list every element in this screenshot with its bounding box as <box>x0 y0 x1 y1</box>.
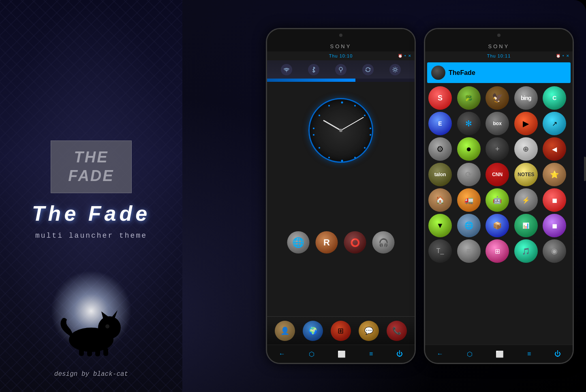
app-icon-5[interactable]: E <box>428 112 452 135</box>
nav-menu-right[interactable]: ≡ <box>527 350 531 358</box>
app-record[interactable]: ⭕ <box>344 231 366 254</box>
phone-screen-left: 🌐 R ⭕ 🎧 <box>267 82 415 316</box>
nav-home-right[interactable]: ⬡ <box>467 350 473 358</box>
dock-contacts[interactable]: 👤 <box>275 321 295 341</box>
app-icon-27[interactable]: 📦 <box>485 214 509 237</box>
progress-bar-left <box>267 79 415 82</box>
location-icon[interactable] <box>335 64 346 75</box>
app-icon-11[interactable]: ● <box>457 137 481 161</box>
phone-dock-left: 👤 🌍 ⊞ 💬 📞 <box>267 316 415 345</box>
app-icon-10[interactable]: ⚙ <box>428 137 452 161</box>
app-icon-6[interactable]: ✻ <box>457 112 481 135</box>
app-icon-19[interactable]: ⭐ <box>543 163 566 186</box>
app-icon-17[interactable]: CNN <box>485 163 509 186</box>
app-icon-25[interactable]: ▼ <box>428 214 452 237</box>
app-icon-34[interactable]: ◉ <box>543 239 566 263</box>
svg-point-25 <box>319 115 320 116</box>
nav-recents-left[interactable]: ⬜ <box>338 350 346 358</box>
app-icon-2[interactable]: 🦅 <box>485 86 509 110</box>
camera-dot-right <box>497 34 500 37</box>
app-icon-30[interactable]: T_ <box>428 239 452 263</box>
app-icon-23[interactable]: ⚡ <box>514 188 538 212</box>
svg-point-22 <box>319 147 320 149</box>
wifi-icon[interactable] <box>281 64 292 75</box>
phone-top-bar-left <box>267 29 415 41</box>
app-icon-24[interactable]: ◼ <box>543 188 566 212</box>
svg-point-13 <box>341 102 343 104</box>
status-bar-right: Thu 10:11 ⏰ ⚬ ✕ <box>425 51 573 60</box>
app-icon-28[interactable]: 📊 <box>514 214 538 237</box>
app-icon-32[interactable]: ⊞ <box>485 239 509 263</box>
phones-container: SONY Thu 10:10 ⏰ ⚬ ✕ <box>266 28 574 364</box>
app-icon-0[interactable]: S <box>428 86 452 110</box>
app-icon-3[interactable]: bing <box>514 86 538 110</box>
app-icon-21[interactable]: 🚛 <box>457 188 481 212</box>
progress-fill-left <box>267 79 355 82</box>
app-search-bar[interactable]: TheFade <box>427 62 571 83</box>
status-time-left: Thu 10:10 <box>329 53 353 58</box>
middle-app-row: 🌐 R ⭕ 🎧 <box>287 231 395 254</box>
app-icon-15[interactable]: talon <box>428 163 452 186</box>
nav-back-left[interactable]: ← <box>279 350 285 358</box>
bluetooth-icon[interactable] <box>308 64 319 75</box>
dock-chat[interactable]: 💬 <box>359 321 379 341</box>
nav-recents-right[interactable]: ⬜ <box>496 350 504 358</box>
app-icon-16[interactable]: ⟳ <box>457 163 481 186</box>
svg-point-18 <box>364 147 366 149</box>
dock-grid[interactable]: ⊞ <box>331 321 351 341</box>
search-app-name: TheFade <box>449 69 475 77</box>
phone-brand-right: SONY <box>425 41 573 51</box>
globe-icon-left: ⚬ <box>404 54 407 58</box>
svg-point-9 <box>339 67 342 70</box>
phone-top-bar-right <box>425 29 573 41</box>
svg-marker-3 <box>111 310 118 318</box>
dock-browser[interactable]: 🌍 <box>303 321 323 341</box>
svg-point-21 <box>328 157 330 158</box>
app-browser[interactable]: 🌐 <box>287 231 310 254</box>
app-icon-4[interactable]: C <box>543 86 566 110</box>
nav-power-right[interactable]: ⏻ <box>554 350 561 358</box>
settings-icon[interactable] <box>389 64 401 75</box>
app-icon-18[interactable]: NOTES <box>514 163 538 186</box>
subtitle: multi launcher theme <box>35 232 147 240</box>
alarm-icon-left: ⏰ <box>398 54 402 58</box>
app-icon-31[interactable]: ≡ <box>457 239 481 263</box>
status-time-right: Thu 10:11 <box>487 53 511 58</box>
tablet-frame: THE FADE The Fade multi launcher theme <box>0 0 586 392</box>
app-icon-9[interactable]: ↗ <box>543 112 566 135</box>
app-icon-26[interactable]: 🌐 <box>457 214 481 237</box>
app-p[interactable]: R <box>316 231 338 254</box>
center-dot <box>339 129 342 132</box>
nav-home-left[interactable]: ⬡ <box>309 350 314 358</box>
app-icon-20[interactable]: 🏠 <box>428 188 452 212</box>
svg-rect-7 <box>103 348 108 356</box>
app-icon-8[interactable]: ▶ <box>514 112 538 135</box>
sync-icon[interactable] <box>362 64 374 75</box>
status-icons-right: ⏰ ⚬ ✕ <box>556 54 569 58</box>
status-bar-left: Thu 10:10 ⏰ ⚬ ✕ <box>267 51 415 60</box>
app-headphones[interactable]: 🎧 <box>372 231 395 254</box>
app-icon-33[interactable]: 🎵 <box>514 239 538 263</box>
clock-face <box>308 98 373 163</box>
svg-point-16 <box>370 128 371 129</box>
app-grid: S 🥦 🦅 bing C E ✻ box ▶ ↗ ⚙ ● + <box>427 85 571 264</box>
svg-point-1 <box>98 316 121 339</box>
app-icon-29[interactable]: ◼ <box>543 214 566 237</box>
svg-rect-4 <box>79 348 84 356</box>
dock-phone[interactable]: 📞 <box>387 321 407 341</box>
tablet-side-button[interactable] <box>584 157 586 181</box>
quick-settings-left <box>267 60 415 79</box>
main-title: The Fade <box>32 201 150 226</box>
app-icon-13[interactable]: ⊕ <box>514 137 538 161</box>
svg-point-8 <box>105 324 109 328</box>
nav-menu-left[interactable]: ≡ <box>369 350 373 358</box>
app-icon-22[interactable]: 🤖 <box>485 188 509 212</box>
app-icon-14[interactable]: ◀ <box>543 137 566 161</box>
phone-right: SONY Thu 10:11 ⏰ ⚬ ✕ TheFade <box>424 28 574 364</box>
app-icon-12[interactable]: + <box>485 137 509 161</box>
nav-back-right[interactable]: ← <box>437 350 443 358</box>
svg-point-17 <box>370 134 371 136</box>
app-icon-1[interactable]: 🥦 <box>457 86 481 110</box>
nav-power-left[interactable]: ⏻ <box>396 350 403 358</box>
app-icon-7[interactable]: box <box>485 112 509 135</box>
